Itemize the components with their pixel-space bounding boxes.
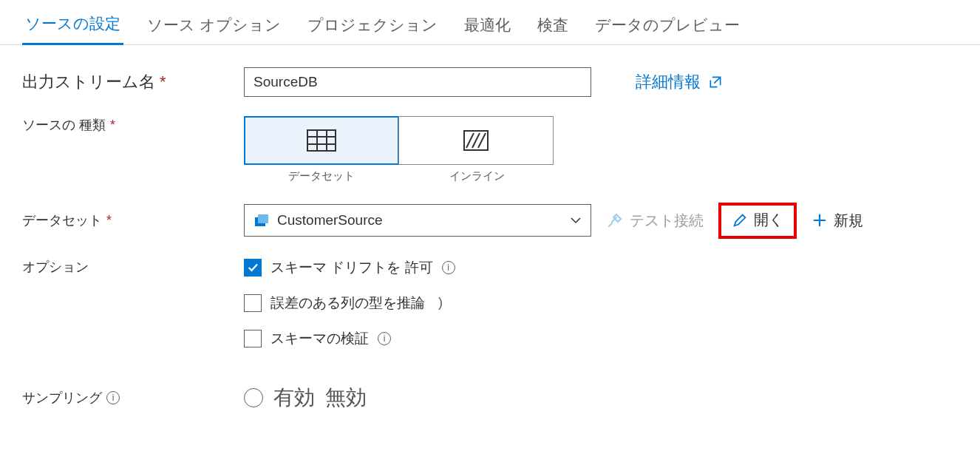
learn-more-link[interactable]: 詳細情報 xyxy=(636,71,723,93)
source-type-inline[interactable] xyxy=(398,116,554,165)
tab-source-settings[interactable]: ソースの設定 xyxy=(22,9,123,45)
info-icon[interactable]: i xyxy=(378,332,391,345)
inline-icon xyxy=(463,130,489,151)
svg-rect-10 xyxy=(258,214,268,223)
type-label-inline: インライン xyxy=(399,169,554,183)
open-text: 開く xyxy=(754,210,783,230)
test-connection-text: テスト接続 xyxy=(630,211,704,231)
open-button[interactable]: 開く xyxy=(732,210,783,230)
label-output-stream-text: 出力ストリーム名 xyxy=(22,71,155,93)
validate-schema-label: スキーマの検証 xyxy=(270,329,369,348)
table-icon xyxy=(307,129,336,152)
label-dataset: データセット * xyxy=(22,211,244,229)
tab-optimize[interactable]: 最適化 xyxy=(461,10,514,44)
allow-schema-drift-label: スキーマ ドリフトを 許可 xyxy=(270,258,433,277)
open-highlight: 開く xyxy=(718,203,797,239)
source-type-dataset[interactable] xyxy=(244,116,399,165)
label-dataset-text: データセット xyxy=(22,211,102,229)
form-area: 出力ストリーム名 * 詳細情報 ソースの 種類 * xyxy=(0,45,980,412)
dataset-dropdown[interactable]: CustomerSource xyxy=(244,204,591,237)
info-icon[interactable]: ) xyxy=(434,296,447,310)
external-link-icon xyxy=(708,75,723,89)
tab-source-options[interactable]: ソース オプション xyxy=(144,10,284,44)
required-mark: * xyxy=(106,213,112,228)
new-text: 新規 xyxy=(834,211,863,231)
pencil-icon xyxy=(732,212,748,228)
source-type-group xyxy=(244,116,554,165)
label-source-type: ソースの 種類 * xyxy=(22,116,244,134)
infer-drifted-types-label: 誤差のある列の型を推論 xyxy=(270,294,425,313)
dataset-icon xyxy=(253,213,270,228)
source-type-labels: データセット インライン xyxy=(244,169,554,183)
label-sampling: サンプリング i xyxy=(22,389,244,407)
output-stream-input[interactable] xyxy=(244,67,591,97)
info-icon[interactable]: i xyxy=(106,391,120,404)
type-label-dataset: データセット xyxy=(244,169,399,183)
new-button[interactable]: 新規 xyxy=(811,211,863,231)
learn-more-text: 詳細情報 xyxy=(636,71,701,93)
svg-rect-0 xyxy=(307,130,336,151)
plug-icon xyxy=(606,211,624,229)
required-mark: * xyxy=(110,118,115,133)
label-options-text: オプション xyxy=(22,258,89,276)
label-sampling-text: サンプリング xyxy=(22,389,102,407)
infer-drifted-types-checkbox[interactable] xyxy=(244,294,262,312)
tabs-bar: ソースの設定 ソース オプション プロジェクション 最適化 検査 データのプレビ… xyxy=(0,0,980,45)
chevron-down-icon xyxy=(570,214,582,226)
test-connection-button[interactable]: テスト接続 xyxy=(606,211,704,231)
sampling-enable-radio[interactable] xyxy=(244,388,263,407)
validate-schema-checkbox[interactable] xyxy=(244,330,262,347)
label-options: オプション xyxy=(22,258,244,276)
label-source-type-text: ソースの 種類 xyxy=(22,116,106,134)
plus-icon xyxy=(811,212,828,228)
tab-projection[interactable]: プロジェクション xyxy=(304,10,440,44)
required-mark: * xyxy=(160,72,166,92)
sampling-enable-label: 有効 xyxy=(273,384,315,412)
dataset-value: CustomerSource xyxy=(277,212,383,228)
allow-schema-drift-checkbox[interactable] xyxy=(244,259,262,277)
tab-inspect[interactable]: 検査 xyxy=(534,10,571,44)
info-icon[interactable]: i xyxy=(442,261,455,274)
tab-data-preview[interactable]: データのプレビュー xyxy=(592,10,743,44)
sampling-disable-label: 無効 xyxy=(325,384,367,412)
label-output-stream: 出力ストリーム名 * xyxy=(22,71,244,93)
